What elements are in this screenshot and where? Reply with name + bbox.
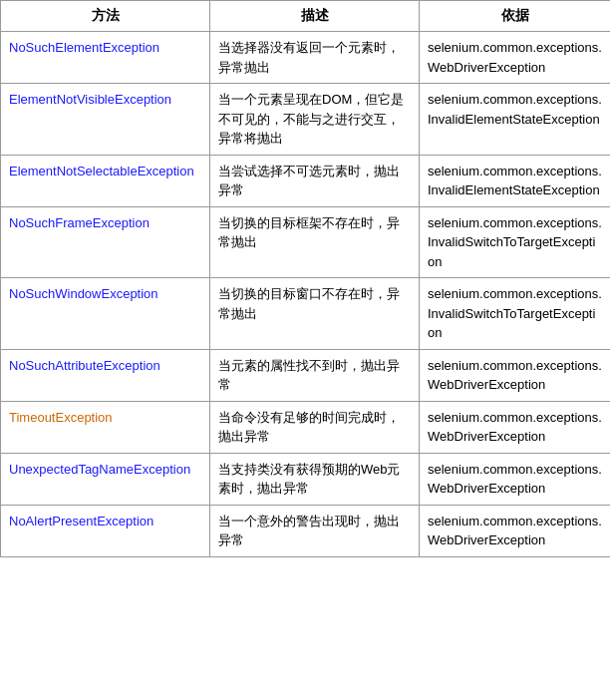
- description-cell: 当切换的目标框架不存在时，异常抛出: [210, 206, 420, 278]
- header-basis: 依据: [420, 1, 611, 32]
- method-cell: ElementNotSelectableException: [1, 155, 210, 206]
- basis-cell: selenium.common.exceptions.InvalidSwitch…: [420, 278, 611, 350]
- table-row: NoSuchElementException当选择器没有返回一个元素时，异常抛出…: [1, 32, 611, 84]
- description-cell: 当命令没有足够的时间完成时，抛出异常: [210, 401, 420, 453]
- table-row: NoAlertPresentException当一个意外的警告出现时，抛出异常s…: [1, 505, 611, 556]
- table-row: NoSuchWindowException当切换的目标窗口不存在时，异常抛出se…: [1, 278, 611, 350]
- basis-cell: selenium.common.exceptions.WebDriverExce…: [420, 453, 611, 505]
- table-row: TimeoutException当命令没有足够的时间完成时，抛出异常seleni…: [1, 401, 611, 453]
- description-cell: 当一个元素呈现在DOM，但它是不可见的，不能与之进行交互，异常将抛出: [210, 84, 420, 156]
- basis-cell: selenium.common.exceptions.InvalidElemen…: [420, 84, 611, 156]
- description-cell: 当切换的目标窗口不存在时，异常抛出: [210, 278, 420, 350]
- method-cell: NoAlertPresentException: [1, 505, 210, 556]
- basis-cell: selenium.common.exceptions.WebDriverExce…: [420, 32, 611, 84]
- basis-cell: selenium.common.exceptions.WebDriverExce…: [420, 401, 611, 453]
- header-method: 方法: [1, 1, 210, 32]
- table-row: NoSuchFrameException当切换的目标框架不存在时，异常抛出sel…: [1, 206, 611, 278]
- description-cell: 当支持类没有获得预期的Web元素时，抛出异常: [210, 453, 420, 505]
- description-cell: 当选择器没有返回一个元素时，异常抛出: [210, 32, 420, 84]
- description-cell: 当尝试选择不可选元素时，抛出异常: [210, 155, 420, 206]
- header-description: 描述: [210, 1, 420, 32]
- description-cell: 当一个意外的警告出现时，抛出异常: [210, 505, 420, 556]
- method-cell: UnexpectedTagNameException: [1, 453, 210, 505]
- basis-cell: selenium.common.exceptions.WebDriverExce…: [420, 505, 611, 556]
- exceptions-table: 方法 描述 依据 NoSuchElementException当选择器没有返回一…: [0, 0, 610, 557]
- method-cell: NoSuchAttributeException: [1, 349, 210, 401]
- table-row: ElementNotVisibleException当一个元素呈现在DOM，但它…: [1, 84, 611, 156]
- basis-cell: selenium.common.exceptions.InvalidElemen…: [420, 155, 611, 206]
- method-cell: NoSuchFrameException: [1, 206, 210, 278]
- table-row: UnexpectedTagNameException当支持类没有获得预期的Web…: [1, 453, 611, 505]
- basis-cell: selenium.common.exceptions.WebDriverExce…: [420, 349, 611, 401]
- table-row: ElementNotSelectableException当尝试选择不可选元素时…: [1, 155, 611, 206]
- method-cell: TimeoutException: [1, 401, 210, 453]
- method-cell: ElementNotVisibleException: [1, 84, 210, 156]
- basis-cell: selenium.common.exceptions.InvalidSwitch…: [420, 206, 611, 278]
- table-row: NoSuchAttributeException当元素的属性找不到时，抛出异常s…: [1, 349, 611, 401]
- method-cell: NoSuchWindowException: [1, 278, 210, 350]
- description-cell: 当元素的属性找不到时，抛出异常: [210, 349, 420, 401]
- method-cell: NoSuchElementException: [1, 32, 210, 84]
